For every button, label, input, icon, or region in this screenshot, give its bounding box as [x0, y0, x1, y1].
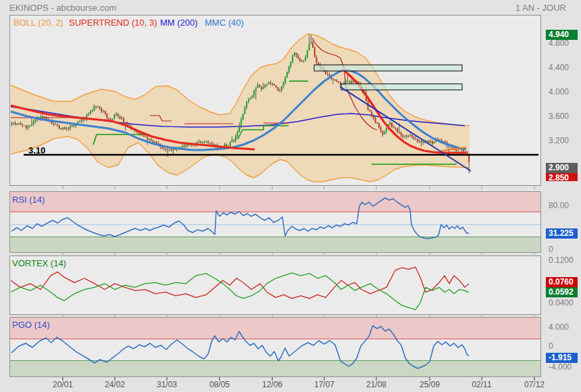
rsi-panel[interactable]	[9, 191, 541, 253]
price-tick: 3.200	[549, 136, 569, 145]
vortex-label: VORTEX (14)	[12, 258, 66, 268]
legend-boll[interactable]: BOLL (20, 2)	[14, 18, 64, 28]
legend-mm200[interactable]: MM (200)	[160, 18, 198, 28]
last-price-badge: 2.850	[546, 173, 578, 181]
x-axis-date: 12/06	[257, 380, 288, 389]
x-axis-date: 20/01	[47, 380, 78, 389]
period-label: 1 AN - JOUR	[515, 3, 566, 13]
x-axis-date: 08/05	[204, 380, 235, 389]
x-axis-date: 25/09	[414, 380, 445, 389]
price-tick: 4.400	[549, 63, 569, 72]
rsi-tick: 0	[549, 245, 553, 254]
price-tick: 3.600	[549, 112, 569, 121]
pgo-tick: -4.000	[549, 362, 572, 372]
vortex-tick: 0.1200	[549, 255, 574, 265]
chart-app: EKINOPS - abcbourse.com 1 AN - JOUR BOLL…	[0, 0, 581, 392]
page-title: EKINOPS - abcbourse.com	[9, 3, 116, 13]
pgo-label: PGO (14)	[12, 320, 50, 330]
rsi-midline	[10, 224, 540, 225]
x-axis-date: 24/02	[99, 380, 130, 389]
x-axis-date: 07/12	[519, 380, 550, 389]
pgo-tick: 0	[549, 341, 553, 351]
rsi-value-badge: 31.225	[546, 228, 578, 239]
vortex-tick: 0.0400	[549, 298, 574, 308]
x-axis-date: 17/07	[309, 380, 340, 389]
vortex-panel[interactable]	[9, 255, 541, 315]
legend-supertrend[interactable]: SUPERTREND (10, 3)	[69, 18, 157, 28]
pgo-upper-zone	[10, 318, 540, 339]
pgo-tick: 4.000	[549, 322, 569, 332]
vortex-minus-badge: 0.0760	[546, 277, 578, 287]
legend-mmc40[interactable]: MMC (40)	[205, 18, 244, 28]
support-line-label: 3.10	[28, 145, 45, 155]
vortex-plus-badge: 0.0592	[546, 287, 578, 297]
rsi-overbought-zone	[10, 192, 540, 212]
pgo-panel[interactable]	[9, 317, 541, 377]
x-axis-date: 02/11	[466, 380, 497, 389]
pgo-lower-zone	[10, 360, 540, 376]
rsi-tick: 80.00	[549, 201, 569, 210]
x-axis-date: 31/03	[151, 380, 182, 389]
price-tick: 4.800	[549, 39, 569, 48]
x-axis-date: 21/08	[361, 380, 392, 389]
pgo-value-badge: -1.915	[546, 353, 578, 363]
rsi-oversold-zone	[10, 237, 540, 252]
close-price-badge: 2.900	[546, 163, 578, 173]
high-price-badge: 4.940	[546, 30, 578, 40]
price-tick: 4.000	[549, 87, 569, 97]
rsi-label: RSI (14)	[12, 195, 45, 205]
price-chart-panel[interactable]	[9, 15, 541, 186]
